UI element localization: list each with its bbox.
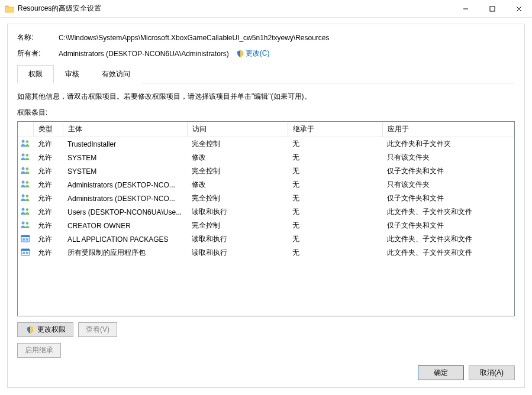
- svg-point-15: [26, 208, 28, 211]
- permissions-listbox[interactable]: 类型 主体 访问 继承于 应用于 允许 TrustedInstaller 完全控…: [17, 121, 515, 316]
- owner-row: 所有者: Administrators (DESKTOP-NCON6UA\Adm…: [17, 48, 515, 59]
- row-principal: Users (DESKTOP-NCON6UA\Use...: [63, 205, 187, 219]
- row-access: 读取和执行: [187, 246, 288, 260]
- row-icon-cell: [18, 178, 33, 192]
- shield-icon: [26, 326, 34, 334]
- svg-point-8: [22, 167, 25, 170]
- col-header-type[interactable]: 类型: [33, 122, 63, 137]
- row-inherited: 无: [288, 246, 382, 260]
- svg-point-6: [22, 154, 25, 157]
- permissions-table: 类型 主体 访问 继承于 应用于 允许 TrustedInstaller 完全控…: [18, 122, 514, 260]
- owner-value: Administrators (DESKTOP-NCON6UA\Administ…: [59, 50, 229, 58]
- col-header-access[interactable]: 访问: [187, 122, 288, 137]
- name-label: 名称:: [17, 33, 59, 43]
- row-access: 完全控制: [187, 219, 288, 232]
- row-inherited: 无: [288, 164, 382, 178]
- svg-point-14: [22, 208, 25, 211]
- maximize-button[interactable]: [479, 0, 505, 17]
- row-principal: SYSTEM: [63, 151, 187, 164]
- row-type: 允许: [33, 205, 63, 219]
- tab-auditing[interactable]: 审核: [54, 65, 91, 83]
- row-inherited: 无: [288, 192, 382, 205]
- row-type: 允许: [33, 246, 63, 260]
- col-header-inherited[interactable]: 继承于: [288, 122, 382, 137]
- svg-rect-25: [26, 252, 28, 254]
- table-row[interactable]: 允许 Users (DESKTOP-NCON6UA\Use... 读取和执行 无…: [18, 205, 514, 219]
- tab-effective-access[interactable]: 有效访问: [91, 65, 141, 83]
- row-principal: TrustedInstaller: [63, 137, 187, 151]
- row-icon-cell: [18, 205, 33, 219]
- svg-point-9: [26, 167, 28, 170]
- table-row[interactable]: 允许 所有受限制的应用程序包 读取和执行 无 此文件夹、子文件夹和文件: [18, 246, 514, 260]
- row-icon-cell: [18, 192, 33, 205]
- enable-inheritance-button: 启用继承: [17, 343, 61, 358]
- name-row: 名称: C:\Windows\SystemApps\Microsoft.Xbox…: [17, 33, 515, 43]
- tab-permissions[interactable]: 权限: [17, 65, 54, 83]
- table-header-row: 类型 主体 访问 继承于 应用于: [18, 122, 514, 137]
- name-value: C:\Windows\SystemApps\Microsoft.XboxGame…: [59, 34, 330, 42]
- ok-button[interactable]: 确定: [418, 365, 464, 380]
- svg-rect-24: [22, 252, 25, 254]
- row-principal: Administrators (DESKTOP-NCO...: [63, 178, 187, 192]
- change-permissions-button[interactable]: 更改权限: [17, 322, 73, 337]
- svg-point-5: [26, 140, 28, 143]
- row-principal: 所有受限制的应用程序包: [63, 246, 187, 260]
- inherit-button-row: 启用继承: [17, 343, 515, 358]
- row-principal: CREATOR OWNER: [63, 219, 187, 232]
- row-applies: 此文件夹、子文件夹和文件: [382, 205, 514, 219]
- row-access: 修改: [187, 151, 288, 164]
- svg-rect-20: [22, 238, 25, 241]
- row-inherited: 无: [288, 151, 382, 164]
- cancel-button[interactable]: 取消(A): [469, 365, 515, 380]
- row-icon-cell: [18, 151, 33, 164]
- row-applies: 此文件夹、子文件夹和文件: [382, 232, 514, 246]
- table-row[interactable]: 允许 SYSTEM 修改 无 只有该文件夹: [18, 151, 514, 164]
- table-row[interactable]: 允许 TrustedInstaller 完全控制 无 此文件夹和子文件夹: [18, 137, 514, 151]
- row-applies: 只有该文件夹: [382, 151, 514, 164]
- svg-point-12: [22, 195, 25, 198]
- svg-rect-21: [26, 238, 28, 241]
- col-header-principal[interactable]: 主体: [63, 122, 187, 137]
- col-header-applies[interactable]: 应用于: [382, 122, 514, 137]
- row-icon-cell: [18, 137, 33, 151]
- svg-point-13: [26, 195, 28, 197]
- row-type: 允许: [33, 219, 63, 232]
- svg-rect-23: [21, 249, 30, 251]
- row-access: 读取和执行: [187, 232, 288, 246]
- dialog-footer: 确定 取消(A): [418, 365, 515, 380]
- view-button: 查看(V): [78, 322, 117, 337]
- minimize-button[interactable]: [452, 0, 479, 17]
- titlebar: Resources的高级安全设置: [0, 0, 532, 18]
- window-controls: [452, 0, 532, 17]
- change-permissions-label: 更改权限: [37, 325, 66, 335]
- shield-icon: [236, 50, 244, 58]
- row-inherited: 无: [288, 232, 382, 246]
- table-row[interactable]: 允许 Administrators (DESKTOP-NCO... 修改 无 只…: [18, 178, 514, 192]
- instruction-text: 如需其他信息，请双击权限项目。若要修改权限项目，请选择该项目并单击"编辑"(如果…: [17, 92, 515, 102]
- owner-label: 所有者:: [17, 48, 59, 59]
- tabs: 权限 审核 有效访问: [17, 64, 515, 83]
- table-row[interactable]: 允许 ALL APPLICATION PACKAGES 读取和执行 无 此文件夹…: [18, 232, 514, 246]
- row-inherited: 无: [288, 137, 382, 151]
- row-inherited: 无: [288, 205, 382, 219]
- row-access: 读取和执行: [187, 205, 288, 219]
- window-title: Resources的高级安全设置: [18, 4, 452, 14]
- svg-point-7: [26, 154, 28, 156]
- row-type: 允许: [33, 192, 63, 205]
- row-applies: 仅子文件夹和文件: [382, 219, 514, 232]
- row-inherited: 无: [288, 219, 382, 232]
- svg-point-16: [22, 222, 25, 225]
- change-owner-link[interactable]: 更改(C): [246, 48, 270, 59]
- table-row[interactable]: 允许 SYSTEM 完全控制 无 仅子文件夹和文件: [18, 164, 514, 178]
- col-header-blank[interactable]: [18, 122, 33, 137]
- table-row[interactable]: 允许 Administrators (DESKTOP-NCO... 完全控制 无…: [18, 192, 514, 205]
- table-row[interactable]: 允许 CREATOR OWNER 完全控制 无 仅子文件夹和文件: [18, 219, 514, 232]
- row-applies: 此文件夹和子文件夹: [382, 137, 514, 151]
- row-applies: 此文件夹、子文件夹和文件: [382, 246, 514, 260]
- close-button[interactable]: [505, 0, 532, 17]
- row-icon-cell: [18, 232, 33, 246]
- svg-rect-1: [490, 7, 495, 11]
- row-principal: ALL APPLICATION PACKAGES: [63, 232, 187, 246]
- row-access: 修改: [187, 178, 288, 192]
- main-panel: 名称: C:\Windows\SystemApps\Microsoft.Xbox…: [7, 24, 525, 388]
